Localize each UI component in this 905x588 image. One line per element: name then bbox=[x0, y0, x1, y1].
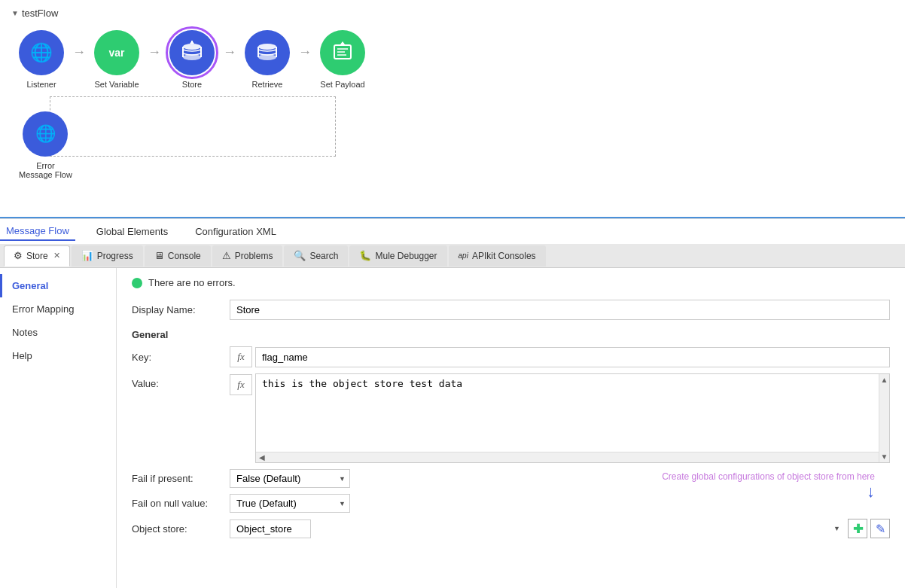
set-variable-icon: var bbox=[108, 47, 124, 59]
value-textarea-wrapper: this is the object store test data ▲ ▼ ◀… bbox=[255, 373, 890, 463]
canvas-area: ▼ testFlow 🌐 Listener → var Set Variable… bbox=[0, 0, 905, 218]
value-scrollbar[interactable]: ▲ ▼ bbox=[879, 374, 889, 462]
no-errors-indicator bbox=[132, 278, 142, 288]
retrieve-label: Retrieve bbox=[252, 80, 283, 89]
add-object-store-button[interactable]: ✚ bbox=[848, 519, 867, 538]
store-circle[interactable] bbox=[169, 30, 215, 75]
svg-point-7 bbox=[258, 44, 276, 50]
sidebar: General Error Mapping Notes Help bbox=[0, 268, 117, 588]
listener-label: Listener bbox=[26, 80, 56, 89]
key-label: Key: bbox=[132, 352, 230, 363]
object-store-row: Object store: Object_store ✚ ✎ bbox=[132, 519, 890, 538]
tab-apikit-consoles[interactable]: api APIkit Consoles bbox=[449, 245, 546, 267]
fail-if-present-dropdown-wrapper[interactable]: False (Default) True bbox=[230, 469, 350, 488]
arrow-2: → bbox=[139, 44, 169, 60]
value-textarea[interactable]: this is the object store test data bbox=[256, 374, 889, 449]
fail-on-null-dropdown-wrapper[interactable]: True (Default) False bbox=[230, 494, 350, 513]
display-name-label: Display Name: bbox=[132, 304, 230, 315]
fail-if-present-select[interactable]: False (Default) True bbox=[230, 469, 350, 488]
sidebar-item-help[interactable]: Help bbox=[0, 344, 116, 367]
sidebar-item-general[interactable]: General bbox=[0, 274, 116, 297]
retrieve-icon bbox=[255, 41, 279, 65]
object-store-label: Object store: bbox=[132, 523, 230, 535]
canvas-nav-configuration-xml[interactable]: Configuration XML bbox=[189, 223, 282, 240]
svg-point-0 bbox=[183, 44, 201, 50]
object-store-select-wrapper[interactable]: Object_store bbox=[230, 519, 845, 538]
panel-body: General Error Mapping Notes Help There a… bbox=[0, 268, 905, 588]
canvas-nav-message-flow[interactable]: Message Flow bbox=[0, 222, 75, 241]
scroll-up-icon[interactable]: ▲ bbox=[879, 374, 889, 385]
mule-debugger-tab-label: Mule Debugger bbox=[375, 251, 437, 261]
set-variable-label: Set Variable bbox=[94, 80, 139, 89]
set-variable-circle[interactable]: var bbox=[94, 30, 139, 75]
value-fx-button[interactable]: fx bbox=[230, 374, 252, 395]
problems-tab-label: Problems bbox=[235, 251, 273, 261]
key-fx-button[interactable]: fx bbox=[230, 346, 252, 367]
tab-store[interactable]: ⚙ Store ✕ bbox=[4, 245, 70, 267]
mule-debugger-tab-icon: 🐛 bbox=[359, 250, 371, 261]
store-icon bbox=[180, 41, 204, 65]
value-row: Value: fx this is the object store test … bbox=[132, 373, 890, 463]
arrow-1: → bbox=[64, 44, 94, 60]
set-payload-icon bbox=[331, 41, 354, 64]
fail-on-null-select[interactable]: True (Default) False bbox=[230, 494, 350, 513]
set-payload-node[interactable]: Set Payload bbox=[320, 30, 365, 89]
flow-title-text: testFlow bbox=[22, 8, 58, 19]
value-horizontal-scrollbar[interactable]: ◀ ▶ bbox=[256, 452, 889, 462]
apikit-tab-icon: api bbox=[459, 251, 468, 260]
apikit-tab-label: APIkit Consoles bbox=[472, 251, 536, 261]
canvas-nav: Message Flow Global Elements Configurati… bbox=[0, 218, 905, 244]
progress-tab-label: Progress bbox=[97, 251, 133, 261]
sidebar-item-notes[interactable]: Notes bbox=[0, 321, 116, 344]
tab-mule-debugger[interactable]: 🐛 Mule Debugger bbox=[349, 245, 446, 267]
tab-progress[interactable]: 📊 Progress bbox=[72, 245, 143, 267]
object-store-input-wrapper: Object_store ✚ ✎ bbox=[230, 519, 890, 538]
sidebar-item-error-mapping[interactable]: Error Mapping bbox=[0, 297, 116, 321]
arrow-3: → bbox=[215, 44, 245, 60]
arrow-4: → bbox=[290, 44, 320, 60]
retrieve-node[interactable]: Retrieve bbox=[245, 30, 290, 89]
flow-title: ▼ testFlow bbox=[11, 8, 894, 19]
store-tab-close[interactable]: ✕ bbox=[53, 251, 60, 260]
tab-problems[interactable]: ⚠ Problems bbox=[212, 245, 283, 267]
canvas-nav-global-elements[interactable]: Global Elements bbox=[90, 223, 174, 240]
scroll-down-icon[interactable]: ▼ bbox=[879, 451, 889, 462]
flow-nodes-container: 🌐 Listener → var Set Variable → bbox=[19, 30, 894, 89]
store-node[interactable]: Store bbox=[169, 30, 215, 89]
value-label: Value: bbox=[132, 373, 230, 389]
tab-search[interactable]: 🔍 Search bbox=[284, 245, 348, 267]
scroll-left-icon[interactable]: ◀ bbox=[259, 453, 265, 462]
retrieve-circle[interactable] bbox=[245, 30, 290, 75]
fail-if-present-label: Fail if present: bbox=[132, 473, 230, 484]
set-payload-label: Set Payload bbox=[320, 80, 364, 89]
store-label: Store bbox=[182, 80, 202, 89]
error-node-icon: 🌐 bbox=[35, 124, 56, 144]
fail-on-null-label: Fail on null value: bbox=[132, 498, 230, 509]
bottom-panel: ⚙ Store ✕ 📊 Progress 🖥 Console ⚠ Problem… bbox=[0, 244, 905, 588]
listener-node[interactable]: 🌐 Listener bbox=[19, 30, 64, 89]
progress-tab-icon: 📊 bbox=[81, 250, 93, 261]
main-content: There are no errors. Display Name: Gener… bbox=[117, 268, 905, 588]
error-banner: There are no errors. bbox=[132, 277, 890, 288]
display-name-row: Display Name: bbox=[132, 300, 890, 320]
set-payload-circle[interactable] bbox=[320, 30, 365, 75]
listener-icon: 🌐 bbox=[30, 42, 53, 63]
search-tab-label: Search bbox=[309, 251, 338, 261]
console-tab-icon: 🖥 bbox=[154, 250, 164, 261]
display-name-input[interactable] bbox=[230, 300, 890, 320]
set-variable-node[interactable]: var Set Variable bbox=[94, 30, 139, 89]
edit-object-store-button[interactable]: ✎ bbox=[870, 519, 890, 538]
listener-circle[interactable]: 🌐 bbox=[19, 30, 64, 75]
flow-expand-icon[interactable]: ▼ bbox=[11, 9, 19, 17]
tab-console[interactable]: 🖥 Console bbox=[145, 245, 211, 267]
fail-on-null-row: Fail on null value: True (Default) False… bbox=[132, 494, 890, 513]
fail-if-present-row: Fail if present: False (Default) True bbox=[132, 469, 890, 488]
key-input[interactable] bbox=[255, 347, 890, 367]
tab-bar: ⚙ Store ✕ 📊 Progress 🖥 Console ⚠ Problem… bbox=[0, 244, 905, 268]
error-node-label: ErrorMessage Flow bbox=[19, 161, 72, 179]
general-section-title: General bbox=[132, 329, 890, 340]
svg-marker-17 bbox=[340, 41, 345, 44]
problems-tab-icon: ⚠ bbox=[222, 250, 231, 261]
error-dashed-box bbox=[50, 96, 336, 157]
object-store-select[interactable]: Object_store bbox=[230, 519, 311, 538]
